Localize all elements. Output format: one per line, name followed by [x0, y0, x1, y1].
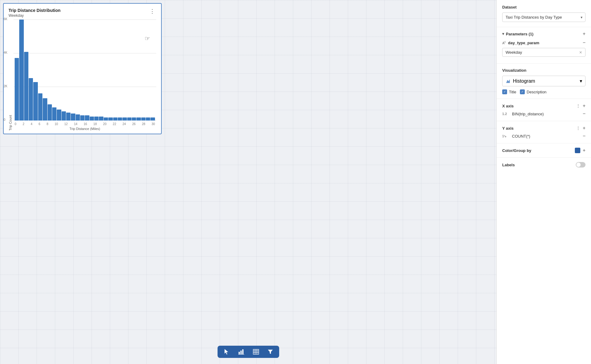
histogram-bar [29, 78, 33, 121]
y-axis-actions: ⋮ + [576, 125, 586, 131]
color-swatch[interactable] [575, 148, 580, 153]
x-axis-menu-button[interactable]: ⋮ [576, 103, 580, 108]
x-axis-field-row: 1.2 BIN(trip_distance) − [502, 111, 586, 117]
y-tick-6k: 6K [4, 17, 7, 21]
histogram-bar [136, 117, 141, 121]
svg-rect-2 [240, 351, 242, 355]
viz-type-label-row: Histogram [506, 78, 535, 84]
y-axis-add-button[interactable]: + [583, 125, 586, 131]
histogram-bar [132, 117, 136, 121]
svg-rect-5 [253, 349, 259, 354]
x-axis-field-type-icon: 1.2 [502, 112, 510, 116]
table-tool-button[interactable] [252, 348, 260, 356]
histogram-bar [150, 117, 155, 121]
parameter-value-clear-icon[interactable]: ✕ [579, 50, 582, 55]
title-checkbox-label: Title [509, 90, 516, 94]
bars-container [13, 20, 156, 121]
histogram-bar [52, 107, 56, 121]
labels-header: Labels [502, 162, 586, 168]
histogram-bar [94, 117, 99, 121]
dataset-section-title: Dataset [502, 5, 586, 9]
y-axis-label: Trip Count [9, 115, 12, 131]
title-checkbox[interactable]: ✓ Title [502, 89, 516, 94]
y-tick-4k: 4K [4, 51, 7, 54]
svg-marker-0 [225, 349, 228, 355]
x-tick-label: 2 [23, 122, 24, 126]
labels-toggle[interactable] [576, 162, 586, 168]
x-tick-label: 16 [84, 122, 87, 126]
histogram-bar [43, 98, 47, 121]
dataset-section: Dataset Taxi Trip Distances by Day Type … [497, 0, 591, 27]
x-tick-label: 12 [64, 122, 68, 126]
histogram-bar [15, 58, 19, 121]
chart-body: Trip Count ☞ 6K 4K [9, 20, 156, 131]
viz-type-text: Histogram [513, 78, 535, 84]
parameters-header: ▾ Parameters (1) + [502, 31, 586, 36]
cursor-tool-button[interactable] [222, 348, 231, 356]
param-type-icon: AC [502, 41, 506, 45]
x-tick-label: 0 [15, 122, 16, 126]
x-axis-header: X axis ⋮ + [502, 103, 586, 109]
title-checkbox-box: ✓ [502, 89, 507, 94]
histogram-bar [99, 117, 103, 121]
svg-marker-11 [506, 79, 510, 83]
chart-tool-button[interactable] [237, 348, 246, 356]
x-tick-label: 26 [132, 122, 135, 126]
x-tick-label: 14 [74, 122, 77, 126]
color-group-title: Color/Group by [502, 148, 531, 153]
svg-rect-3 [242, 349, 243, 355]
filter-tool-button[interactable] [266, 348, 274, 356]
description-checkmark: ✓ [521, 90, 524, 93]
histogram-bar [66, 113, 70, 121]
parameter-row: AC day_type_param − [502, 40, 586, 45]
dataset-select[interactable]: Taxi Trip Distances by Day Type [502, 13, 586, 22]
histogram-bar [141, 117, 146, 121]
parameter-value-input[interactable]: Weekday ✕ [502, 48, 586, 57]
main-layout: Trip Distance Distribution Weekday ⋮ Tri… [0, 0, 591, 364]
x-axis-label: Trip Distance (Miles) [13, 127, 156, 131]
labels-section: Labels [497, 158, 591, 172]
histogram-bar [33, 82, 38, 121]
histogram-bar [122, 117, 127, 121]
x-axis-title: X axis [502, 104, 514, 108]
add-parameter-button[interactable]: + [583, 31, 586, 36]
color-group-section: Color/Group by + [497, 143, 591, 158]
y-tick-2k: 2K [4, 85, 7, 88]
chart-menu-button[interactable]: ⋮ [148, 8, 156, 15]
y-axis-title: Y axis [502, 126, 514, 131]
chart-card: Trip Distance Distribution Weekday ⋮ Tri… [3, 3, 162, 134]
y-axis-remove-button[interactable]: − [583, 133, 586, 139]
remove-parameter-button[interactable]: − [583, 40, 586, 45]
description-checkbox-label: Description [527, 90, 546, 94]
histogram-icon [506, 79, 510, 84]
bottom-toolbar [218, 346, 279, 358]
y-axis-menu-button[interactable]: ⋮ [576, 126, 580, 131]
parameters-section: ▾ Parameters (1) + AC day_type_param − W… [497, 27, 591, 64]
color-group-actions: + [575, 148, 586, 153]
histogram-bar [71, 114, 75, 121]
description-checkbox[interactable]: ✓ Description [520, 89, 546, 94]
histogram-bar [85, 115, 89, 121]
canvas-area: Trip Distance Distribution Weekday ⋮ Tri… [0, 0, 496, 364]
histogram-bar [24, 52, 28, 121]
chart-header-text: Trip Distance Distribution Weekday [9, 8, 60, 18]
y-axis-section: Y axis ⋮ + 1²₃ COUNT(*) − [497, 121, 591, 143]
x-tick-label: 4 [31, 122, 32, 126]
x-tick-label: 24 [122, 122, 126, 126]
param-name: day_type_param [508, 41, 583, 45]
x-tick-label: 28 [142, 122, 145, 126]
svg-rect-1 [239, 352, 240, 355]
y-tick-0: 0 [4, 118, 5, 121]
histogram-bar [90, 117, 94, 121]
chart-plot-area: ☞ 6K 4K 2K [13, 20, 156, 121]
labels-title: Labels [502, 163, 515, 167]
viz-select-row: Histogram ▾ [502, 76, 586, 86]
color-group-add-button[interactable]: + [583, 148, 586, 153]
x-axis-remove-button[interactable]: − [583, 111, 586, 117]
viz-checkboxes: ✓ Title ✓ Description [502, 89, 586, 94]
histogram-bar [80, 115, 85, 121]
chart-subtitle: Weekday [9, 13, 60, 18]
viz-type-select[interactable]: Histogram ▾ [502, 76, 586, 86]
x-axis-add-button[interactable]: + [583, 103, 586, 109]
chart-title: Trip Distance Distribution [9, 8, 60, 13]
